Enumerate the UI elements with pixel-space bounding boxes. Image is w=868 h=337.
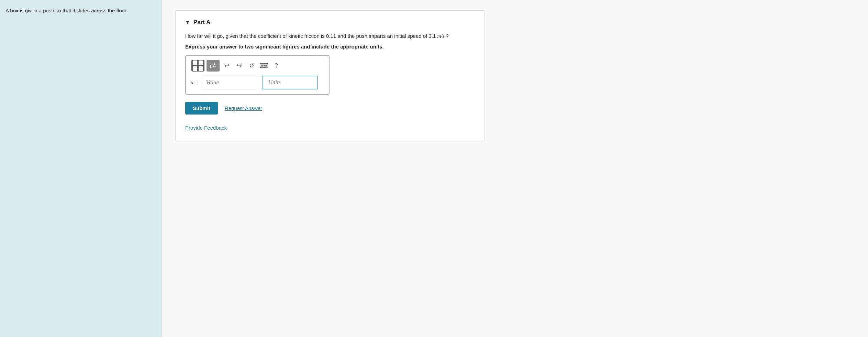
submit-button[interactable]: Submit bbox=[185, 102, 218, 115]
redo-button[interactable]: ↪ bbox=[234, 61, 244, 71]
grid-icon bbox=[191, 59, 204, 72]
svg-rect-2 bbox=[193, 66, 197, 71]
mu-button[interactable]: μÅ bbox=[207, 60, 220, 72]
part-title: Part A bbox=[193, 19, 210, 26]
toolbar: μÅ ↩ ↪ ↺ ⌨ ? bbox=[191, 60, 324, 72]
undo-button[interactable]: ↩ bbox=[222, 61, 232, 71]
provide-feedback-link[interactable]: Provide Feedback bbox=[185, 125, 227, 131]
question-text-before: How far will it go, given that the coeff… bbox=[185, 33, 437, 39]
value-input[interactable] bbox=[201, 76, 263, 89]
action-row: Submit Request Answer bbox=[185, 102, 475, 115]
left-panel: A box is given a push so that it slides … bbox=[0, 0, 162, 337]
problem-text: A box is given a push so that it slides … bbox=[5, 7, 155, 15]
input-label: d = bbox=[191, 80, 198, 86]
request-answer-button[interactable]: Request Answer bbox=[225, 105, 262, 111]
instruction-text: Express your answer to two significant f… bbox=[185, 44, 475, 50]
redo-icon: ↪ bbox=[237, 62, 242, 69]
mu-label: μÅ bbox=[210, 63, 216, 68]
units-input[interactable] bbox=[263, 76, 318, 89]
answer-box: μÅ ↩ ↪ ↺ ⌨ ? d = bbox=[185, 55, 330, 95]
input-row: d = bbox=[191, 76, 324, 89]
grid-button[interactable] bbox=[191, 60, 204, 72]
help-label: ? bbox=[275, 62, 278, 69]
keyboard-icon: ⌨ bbox=[259, 62, 268, 69]
refresh-icon: ↺ bbox=[249, 62, 254, 69]
svg-rect-3 bbox=[199, 66, 203, 71]
svg-rect-0 bbox=[193, 61, 197, 65]
part-section: ▼ Part A How far will it go, given that … bbox=[175, 10, 485, 141]
undo-icon: ↩ bbox=[224, 62, 230, 69]
refresh-button[interactable]: ↺ bbox=[246, 61, 257, 71]
right-panel: ▼ Part A How far will it go, given that … bbox=[162, 0, 868, 337]
question-text: How far will it go, given that the coeff… bbox=[185, 32, 475, 40]
question-text-after: ? bbox=[444, 33, 449, 39]
help-button[interactable]: ? bbox=[271, 61, 281, 71]
keyboard-button[interactable]: ⌨ bbox=[259, 61, 269, 71]
collapse-arrow-icon[interactable]: ▼ bbox=[185, 20, 190, 25]
svg-rect-1 bbox=[199, 61, 203, 65]
part-header: ▼ Part A bbox=[185, 19, 475, 26]
question-math: m/s bbox=[437, 33, 444, 39]
